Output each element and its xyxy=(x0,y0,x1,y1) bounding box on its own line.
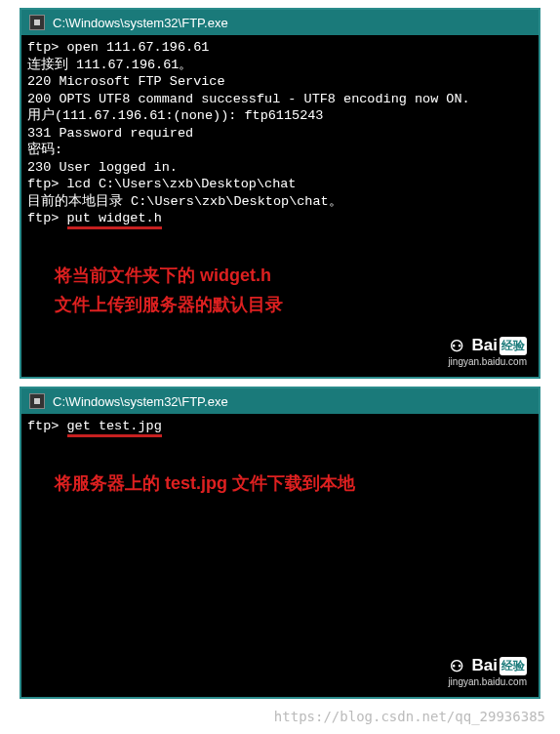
terminal-window-get: C:\Windows\system32\FTP.exe ftp> get tes… xyxy=(20,387,540,699)
window-title: C:\Windows\system32\FTP.exe xyxy=(53,394,228,409)
brand-text: Bai xyxy=(472,656,498,675)
page-watermark: https://blog.csdn.net/qq_29936385 xyxy=(274,709,545,724)
annotation-line: 将当前文件夹下的 widget.h xyxy=(55,262,533,291)
app-icon xyxy=(29,15,45,30)
terminal-output: ftp> get test.jpg 将服务器上的 test.jpg 文件下载到本… xyxy=(21,414,539,502)
terminal-line: ftp> open 111.67.196.61 xyxy=(27,39,533,57)
window-title: C:\Windows\system32\FTP.exe xyxy=(53,16,228,30)
title-bar: C:\Windows\system32\FTP.exe xyxy=(21,10,539,35)
brand-url: jingyan.baidu.com xyxy=(448,676,527,687)
baidu-logo: Bai经验 xyxy=(448,336,527,355)
terminal-line: 密码: xyxy=(27,142,533,159)
highlighted-command: get test.jpg xyxy=(67,419,162,437)
terminal-line: 连接到 111.67.196.61。 xyxy=(27,57,533,74)
terminal-window-put: C:\Windows\system32\FTP.exe ftp> open 11… xyxy=(20,8,540,379)
baidu-watermark: Bai经验 jingyan.baidu.com xyxy=(448,336,527,367)
terminal-output: ftp> open 111.67.196.61 连接到 111.67.196.6… xyxy=(21,35,539,323)
terminal-line: ftp> lcd C:\Users\zxb\Desktop\chat xyxy=(27,176,533,193)
terminal-line: 220 Microsoft FTP Service xyxy=(27,73,533,91)
annotation-text: 将当前文件夹下的 widget.h 文件上传到服务器的默认目录 xyxy=(55,262,533,319)
terminal-line: 230 User logged in. xyxy=(27,159,533,177)
brand-url: jingyan.baidu.com xyxy=(448,356,527,367)
prompt-text: ftp> xyxy=(27,419,67,433)
brand-suffix: 经验 xyxy=(500,337,527,355)
annotation-text: 将服务器上的 test.jpg 文件下载到本地 xyxy=(55,469,533,499)
annotation-line: 将服务器上的 test.jpg 文件下载到本地 xyxy=(55,469,533,499)
annotation-line: 文件上传到服务器的默认目录 xyxy=(55,291,533,320)
app-icon xyxy=(29,393,45,409)
brand-text: Bai xyxy=(472,336,498,355)
terminal-line: 目前的本地目录 C:\Users\zxb\Desktop\chat。 xyxy=(27,193,533,211)
brand-suffix: 经验 xyxy=(500,657,527,675)
terminal-line-highlight: ftp> put widget.h xyxy=(27,210,533,227)
paw-icon xyxy=(450,337,469,354)
terminal-line: 用户(111.67.196.61:(none)): ftp6115243 xyxy=(27,107,533,125)
terminal-line: 200 OPTS UTF8 command successful - UTF8 … xyxy=(27,91,533,108)
prompt-text: ftp> xyxy=(27,211,67,225)
title-bar: C:\Windows\system32\FTP.exe xyxy=(21,388,539,414)
terminal-line: 331 Password required xyxy=(27,125,533,143)
baidu-logo: Bai经验 xyxy=(448,656,527,675)
paw-icon xyxy=(450,657,469,674)
terminal-line-highlight: ftp> get test.jpg xyxy=(27,418,533,435)
baidu-watermark: Bai经验 jingyan.baidu.com xyxy=(448,656,527,687)
highlighted-command: put widget.h xyxy=(67,211,162,229)
